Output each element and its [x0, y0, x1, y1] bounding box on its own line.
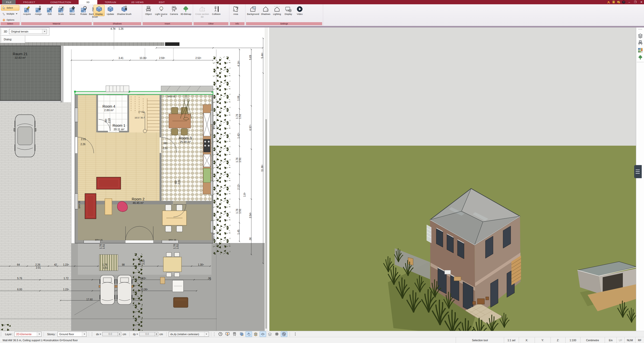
cross-section-3d-button[interactable]: Cross section 3D	[194, 5, 210, 19]
coordinate-mode-select[interactable]: dx,dy (relative cartesian)	[169, 332, 209, 337]
room-label: Room 4 2.89 m²	[103, 104, 115, 112]
camera-button[interactable]: Camera	[168, 5, 179, 16]
package-icon[interactable]	[612, 1, 615, 4]
floor-plan-canvas[interactable]: Raum 21 32.83 m² Room 4 2.89 m² Room 1 2…	[0, 0, 268, 331]
tools-icon[interactable]	[607, 1, 610, 4]
shadows-display-button[interactable]: Display	[94, 5, 105, 16]
multiple-button[interactable]: Multiple	[1, 11, 19, 17]
chevron-down-icon[interactable]	[82, 332, 86, 336]
settings-shadows-button[interactable]: Shadows	[260, 5, 271, 16]
toolbar-grip[interactable]	[214, 332, 216, 336]
cursor-icon	[2, 6, 6, 10]
plus-icon	[2, 18, 6, 22]
status-segment: Ein	[605, 337, 617, 343]
dx-input[interactable]	[102, 332, 118, 336]
chevron-down-icon[interactable]	[204, 332, 209, 336]
camera-icon[interactable]	[231, 331, 238, 337]
dimension-label: 1.51	[239, 114, 241, 119]
chevron-down-icon	[161, 16, 162, 17]
handle-dots-icon[interactable]	[292, 331, 299, 337]
display-settings-button[interactable]: Display	[283, 5, 294, 16]
toolbar-grip[interactable]	[1, 332, 2, 336]
toolbar-grip[interactable]	[92, 332, 93, 336]
ribbon-tab[interactable]: TERRAIN	[97, 0, 124, 4]
ribbon-tab[interactable]: 2D VIEWS	[124, 0, 151, 4]
storey-select[interactable]: Ground floor	[57, 332, 87, 337]
group-label-select: Select	[1, 22, 20, 25]
object-button[interactable]: Object	[143, 5, 154, 16]
collision-button[interactable]: Collision	[211, 5, 222, 16]
monitor-icon[interactable]	[617, 1, 620, 4]
dimension-label: 2.01	[178, 179, 180, 184]
grid-icon[interactable]	[274, 331, 280, 337]
furniture-icon[interactable]	[637, 40, 643, 46]
3d-view-canvas[interactable]	[269, 27, 636, 331]
background-button[interactable]: Background	[246, 5, 260, 16]
ribbon-tab[interactable]: CONSTRUCTION	[43, 0, 79, 4]
close-button[interactable]: ✕	[639, 0, 643, 4]
dialog-label: Dialog:	[4, 38, 12, 41]
status-segment: 1:1 sel	[504, 337, 519, 343]
paved-path	[0, 102, 71, 331]
ribbon-tab[interactable]: FILE	[2, 0, 16, 4]
layers-copy-icon[interactable]	[238, 331, 245, 337]
scale-button[interactable]: Scale	[55, 5, 67, 16]
panel-grip[interactable]	[638, 29, 642, 30]
help-icon[interactable]	[622, 1, 625, 4]
ribbon-tab[interactable]: EDIT	[151, 0, 172, 4]
vertical-scrollbar-thumb[interactable]	[265, 119, 267, 329]
terrace-raum21	[0, 46, 64, 103]
room-label: Room 1 20.11 m²	[113, 123, 126, 131]
status-segment: Centimetre	[580, 337, 605, 343]
north-compass-icon[interactable]	[281, 331, 287, 337]
assign-button[interactable]: Assign	[33, 5, 44, 16]
dimension-label: 11.36⁵	[261, 165, 264, 172]
shadow-brush-button[interactable]: Shadow brush	[116, 5, 132, 16]
plants-icon[interactable]	[637, 54, 643, 60]
dimension-label: 4.14⁵	[237, 60, 240, 67]
dx-stepper[interactable]	[118, 332, 121, 336]
panel-flyout-handle[interactable]	[634, 165, 642, 178]
toolbar-grip[interactable]	[1, 29, 2, 34]
dy-label: dy =	[133, 333, 138, 336]
layer-stack2-icon[interactable]	[267, 331, 273, 337]
options-button[interactable]: Options	[1, 17, 19, 23]
move-button[interactable]: Move	[67, 5, 78, 16]
edit-button[interactable]: Edit	[44, 5, 55, 16]
restore-button[interactable]: ❐	[633, 0, 637, 4]
ribbon-tab[interactable]: 3D	[79, 0, 97, 4]
acquire-button[interactable]: Acquire	[21, 5, 33, 16]
ribbon-tab[interactable]: PROJECT	[16, 0, 43, 4]
layer-select[interactable]: 2D-Elemente	[14, 332, 42, 337]
3d-bitmap-button[interactable]: 3D-Bitmap	[180, 5, 192, 16]
layer-stack-icon[interactable]	[253, 331, 259, 337]
roof-view-icon[interactable]	[246, 331, 252, 337]
terrain-select[interactable]: Original terrain	[9, 29, 47, 34]
lighting-button[interactable]: Lighting	[271, 5, 283, 16]
monitor-star-icon[interactable]	[224, 331, 231, 337]
layer-pages-icon[interactable]	[637, 33, 643, 39]
video-button[interactable]: Video	[294, 5, 305, 16]
shadows-update-button[interactable]: Update	[105, 5, 116, 16]
area-button[interactable]: Area	[230, 5, 241, 16]
select-button[interactable]: Select	[1, 5, 19, 11]
coordinates-toolbar: Layer : 2D-Elemente Storey : Ground floo…	[0, 331, 644, 337]
chevron-down-icon[interactable]	[37, 332, 41, 336]
toolbar-grip[interactable]	[1, 37, 2, 42]
building-plan	[74, 86, 213, 243]
horizontal-scrollbar-thumb[interactable]	[165, 42, 179, 46]
selected-wall[interactable]	[75, 91, 213, 95]
clock-icon[interactable]	[217, 331, 224, 337]
materials-palette-icon[interactable]	[637, 47, 643, 53]
rotate-button[interactable]: Rotate	[78, 5, 89, 16]
dy-stepper[interactable]	[155, 332, 158, 336]
flat-layer-icon[interactable]	[260, 331, 266, 337]
dimension-label: 1.76	[236, 209, 238, 213]
dimension-label: 1.30⁵	[198, 263, 204, 266]
minimize-button[interactable]: –	[627, 0, 631, 4]
dy-input[interactable]	[139, 332, 155, 336]
chevron-down-icon[interactable]	[42, 29, 47, 34]
ribbon-group-other: Cross section 3D Collision Other	[193, 4, 229, 26]
dimension-label: 2.01	[163, 147, 167, 150]
light-source-button[interactable]: Light source	[154, 5, 168, 17]
